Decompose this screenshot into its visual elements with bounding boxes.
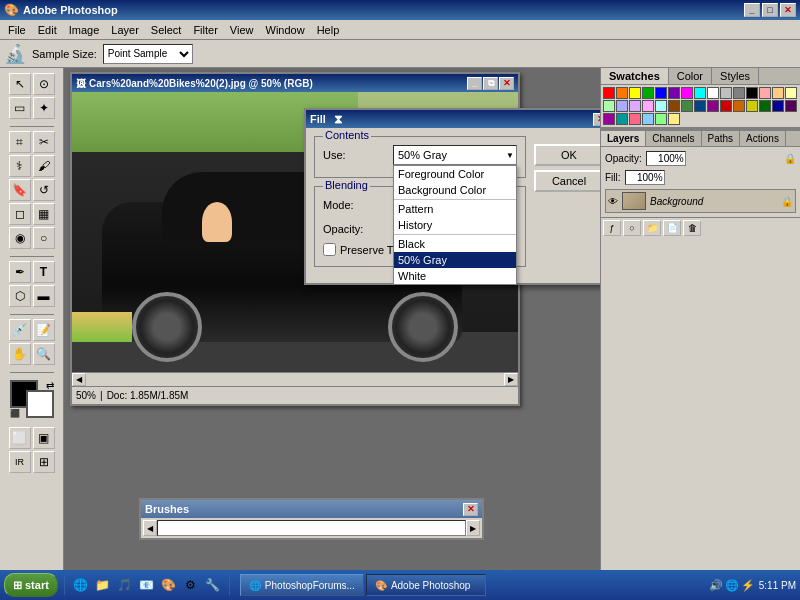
add-mask-icon[interactable]: ○ [623, 220, 641, 236]
new-layer-icon[interactable]: 📄 [663, 220, 681, 236]
stamp-tool[interactable]: 🔖 [9, 179, 31, 201]
tab-swatches[interactable]: Swatches [601, 68, 669, 84]
swatch-orange[interactable] [616, 87, 628, 99]
swatch-dark-blue[interactable] [772, 100, 784, 112]
lasso-tool[interactable]: ⊙ [33, 73, 55, 95]
notes-tool[interactable]: 📝 [33, 319, 55, 341]
eyedropper-tool[interactable]: 💉 [9, 319, 31, 341]
tab-paths[interactable]: Paths [702, 131, 741, 146]
taskbar-item-photoshopforums[interactable]: 🌐 PhotoshopForums... [240, 574, 364, 596]
swatch-gray[interactable] [733, 87, 745, 99]
swatch-navy[interactable] [694, 100, 706, 112]
tray-icon-1[interactable]: 🔊 [709, 579, 723, 592]
image-minimize-button[interactable]: _ [467, 77, 482, 90]
menu-select[interactable]: Select [145, 22, 188, 38]
ps-icon[interactable]: 🎨 [159, 575, 179, 595]
healing-tool[interactable]: ⚕ [9, 155, 31, 177]
maximize-button[interactable]: □ [762, 3, 778, 17]
taskbar-item-photoshop[interactable]: 🎨 Adobe Photoshop [366, 574, 486, 596]
menu-image[interactable]: Image [63, 22, 106, 38]
eyedropper-tool-icon[interactable]: 🔬 [4, 43, 26, 65]
menu-help[interactable]: Help [311, 22, 346, 38]
swatch-pink[interactable] [642, 100, 654, 112]
swatch-dark-green[interactable] [759, 100, 771, 112]
swatch-light-yellow[interactable] [785, 87, 797, 99]
swatch-lavender[interactable] [629, 100, 641, 112]
misc-icon1[interactable]: ⚙ [181, 575, 201, 595]
image-close-button[interactable]: ✕ [499, 77, 514, 90]
tab-color[interactable]: Color [669, 68, 712, 84]
brushes-scroll-right[interactable]: ▶ [466, 520, 480, 536]
path-tool[interactable]: ⬡ [9, 285, 31, 307]
brushes-scroll-track[interactable] [157, 520, 466, 536]
blur-tool[interactable]: ◉ [9, 227, 31, 249]
menu-file[interactable]: File [2, 22, 32, 38]
screen-mode-tool[interactable]: ▣ [33, 427, 55, 449]
tray-icon-2[interactable]: 🌐 [725, 579, 739, 592]
delete-layer-icon[interactable]: 🗑 [683, 220, 701, 236]
media-icon[interactable]: 🎵 [115, 575, 135, 595]
swatch-black[interactable] [746, 87, 758, 99]
option-foreground-color[interactable]: Foreground Color [394, 166, 516, 182]
shape-tool[interactable]: ▬ [33, 285, 55, 307]
fill-field[interactable] [625, 170, 665, 185]
new-set-icon[interactable]: 📁 [643, 220, 661, 236]
swatch-dark-purple[interactable] [707, 100, 719, 112]
background-color[interactable] [26, 390, 54, 418]
background-layer[interactable]: 👁 Background 🔒 [605, 189, 796, 213]
swatch-hot-pink[interactable] [629, 113, 641, 125]
option-black[interactable]: Black [394, 236, 516, 252]
text-tool[interactable]: T [33, 261, 55, 283]
option-background-color[interactable]: Background Color [394, 182, 516, 198]
tab-layers[interactable]: Layers [601, 131, 646, 146]
swatch-blue[interactable] [655, 87, 667, 99]
swatch-forest-green[interactable] [681, 100, 693, 112]
image-restore-button[interactable]: ⧉ [483, 77, 498, 90]
swatch-olive[interactable] [746, 100, 758, 112]
swatch-yellow[interactable] [629, 87, 641, 99]
scroll-right-button[interactable]: ▶ [504, 373, 518, 386]
cancel-button[interactable]: Cancel [534, 170, 600, 192]
marquee-tool[interactable]: ▭ [9, 97, 31, 119]
swatch-light-red[interactable] [759, 87, 771, 99]
swatch-light-blue[interactable] [616, 100, 628, 112]
swatch-dark-red[interactable] [720, 100, 732, 112]
pen-tool[interactable]: ✒ [9, 261, 31, 283]
swatch-medium-purple[interactable] [603, 113, 615, 125]
option-history[interactable]: History [394, 217, 516, 233]
extras-tool[interactable]: ⊞ [33, 451, 55, 473]
misc-icon2[interactable]: 🔧 [203, 575, 223, 595]
swatch-teal[interactable] [616, 113, 628, 125]
close-button[interactable]: ✕ [780, 3, 796, 17]
menu-edit[interactable]: Edit [32, 22, 63, 38]
swatch-magenta[interactable] [681, 87, 693, 99]
ok-button[interactable]: OK [534, 144, 600, 166]
swatch-cyan[interactable] [694, 87, 706, 99]
swatch-red[interactable] [603, 87, 615, 99]
swap-colors-icon[interactable]: ⇄ [46, 380, 54, 391]
add-layer-style-icon[interactable]: ƒ [603, 220, 621, 236]
tab-actions[interactable]: Actions [740, 131, 786, 146]
history-brush-tool[interactable]: ↺ [33, 179, 55, 201]
brush-tool[interactable]: 🖌 [33, 155, 55, 177]
hand-tool[interactable]: ✋ [9, 343, 31, 365]
option-pattern[interactable]: Pattern [394, 201, 516, 217]
dodge-tool[interactable]: ○ [33, 227, 55, 249]
swatch-mint[interactable] [655, 113, 667, 125]
use-dropdown[interactable]: 50% Gray ▼ [393, 145, 517, 165]
swatch-peach[interactable] [772, 87, 784, 99]
swatch-green[interactable] [642, 87, 654, 99]
swatch-white[interactable] [707, 87, 719, 99]
move-tool[interactable]: ↖ [9, 73, 31, 95]
menu-view[interactable]: View [224, 22, 260, 38]
swatch-light-gray[interactable] [720, 87, 732, 99]
fill-dialog-close-button[interactable]: ✕ [593, 113, 600, 126]
swatch-brown[interactable] [668, 100, 680, 112]
swatch-light-cyan[interactable] [655, 100, 667, 112]
swatch-sky-blue[interactable] [642, 113, 654, 125]
menu-layer[interactable]: Layer [105, 22, 145, 38]
option-50pct-gray[interactable]: 50% Gray [394, 252, 516, 268]
eraser-tool[interactable]: ◻ [9, 203, 31, 225]
gradient-tool[interactable]: ▦ [33, 203, 55, 225]
swatch-dark-orange[interactable] [733, 100, 745, 112]
